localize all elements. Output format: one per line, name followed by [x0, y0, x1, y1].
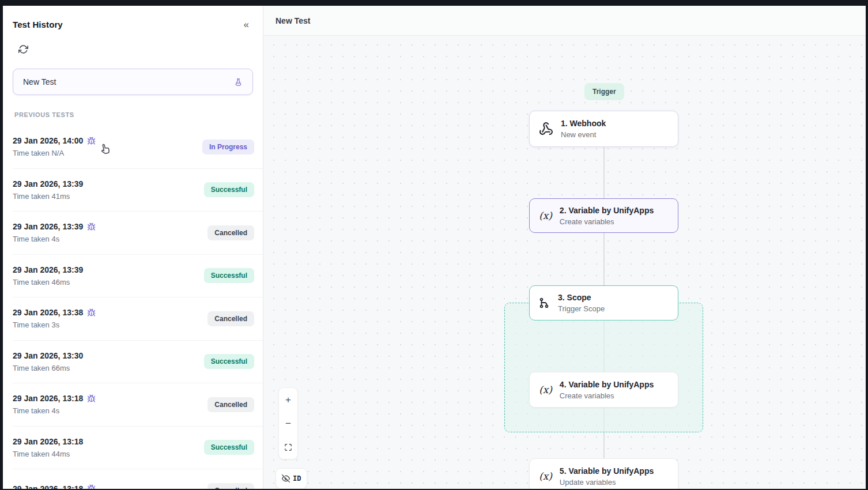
new-test-label: New Test	[23, 77, 56, 86]
debug-icon[interactable]	[87, 308, 96, 317]
test-date: 29 Jan 2026, 13:39	[13, 179, 83, 189]
variable-icon: (x)	[539, 384, 552, 395]
test-item[interactable]: 29 Jan 2026, 13:38 Time taken 3s Cancell…	[13, 297, 263, 341]
test-item[interactable]: 29 Jan 2026, 13:18 Time taken 4s Cancell…	[13, 383, 263, 427]
workflow-canvas[interactable]: Trigger 1. Webhook New event (x) 2. Vari…	[263, 36, 866, 489]
test-date: 29 Jan 2026, 13:30	[13, 351, 83, 360]
test-duration: Time taken 3s	[13, 321, 96, 329]
test-list: 29 Jan 2026, 14:00 Time taken N/A In Pro…	[3, 126, 263, 489]
node-variable-5[interactable]: (x) 5. Variable by UnifyApps Update vari…	[529, 458, 678, 489]
status-badge: Successful	[204, 268, 254, 283]
test-duration: Time taken 4s	[13, 235, 96, 243]
node-title: 5. Variable by UnifyApps	[560, 466, 654, 476]
test-item[interactable]: 29 Jan 2026, 13:18 Cancelled	[13, 469, 263, 489]
trigger-badge: Trigger	[584, 83, 624, 100]
app-window: Test History « New Test PREVIOUS TESTS 2…	[3, 6, 866, 489]
canvas-title: New Test	[276, 16, 310, 25]
collapse-panel-button[interactable]: «	[241, 18, 251, 31]
scope-branch-icon	[539, 297, 550, 309]
debug-icon[interactable]	[87, 137, 96, 145]
test-history-panel: Test History « New Test PREVIOUS TESTS 2…	[3, 6, 263, 489]
panel-title: Test History	[13, 20, 63, 29]
eye-off-icon	[282, 474, 290, 483]
panel-header: Test History «	[3, 6, 263, 31]
canvas-header: New Test	[263, 6, 866, 36]
fit-view-icon	[284, 443, 292, 451]
zoom-out-button[interactable]: −	[279, 412, 297, 435]
id-label: ID	[293, 474, 301, 483]
node-scope[interactable]: 3. Scope Trigger Scope	[529, 285, 678, 321]
status-badge: Successful	[204, 354, 254, 369]
test-duration: Time taken 66ms	[13, 364, 83, 372]
test-date: 29 Jan 2026, 13:18	[13, 437, 83, 446]
status-badge: Successful	[204, 182, 254, 197]
zoom-toolbar: + −	[278, 387, 298, 459]
node-subtitle: Update variables	[560, 478, 654, 487]
new-test-input[interactable]: New Test	[13, 69, 253, 95]
scope-boundary	[504, 303, 703, 432]
flask-icon	[234, 78, 243, 86]
status-badge: Successful	[204, 440, 254, 455]
status-badge: Cancelled	[207, 483, 254, 489]
test-date: 29 Jan 2026, 13:18	[13, 484, 83, 489]
workflow-area: New Test Trigger 1. Webhook New event (x…	[263, 6, 866, 489]
refresh-icon	[18, 44, 28, 54]
zoom-in-button[interactable]: +	[279, 388, 297, 412]
node-webhook[interactable]: 1. Webhook New event	[529, 111, 678, 147]
node-subtitle: Create variables	[560, 391, 654, 400]
test-item[interactable]: 29 Jan 2026, 14:00 Time taken N/A In Pro…	[13, 126, 263, 169]
debug-icon[interactable]	[87, 394, 96, 403]
test-item[interactable]: 29 Jan 2026, 13:18 Time taken 44ms Succe…	[13, 427, 263, 470]
status-badge: Cancelled	[207, 225, 254, 240]
test-item[interactable]: 29 Jan 2026, 13:39 Time taken 46ms Succe…	[13, 255, 263, 298]
test-item[interactable]: 29 Jan 2026, 13:39 Time taken 41ms Succe…	[13, 169, 263, 212]
node-title: 2. Variable by UnifyApps	[560, 206, 654, 215]
test-date: 29 Jan 2026, 13:18	[13, 394, 83, 403]
debug-icon[interactable]	[87, 484, 96, 489]
previous-tests-label: PREVIOUS TESTS	[14, 111, 263, 118]
test-date: 29 Jan 2026, 13:38	[13, 308, 83, 317]
node-title: 3. Scope	[558, 293, 605, 302]
variable-icon: (x)	[539, 470, 552, 482]
node-subtitle: Create variables	[560, 217, 654, 226]
variable-icon: (x)	[539, 210, 552, 221]
node-subtitle: New event	[561, 130, 606, 139]
node-title: 1. Webhook	[561, 119, 606, 128]
debug-icon[interactable]	[87, 223, 96, 231]
node-variable-4[interactable]: (x) 4. Variable by UnifyApps Create vari…	[529, 372, 678, 408]
test-item[interactable]: 29 Jan 2026, 13:30 Time taken 66ms Succe…	[13, 341, 263, 384]
node-title: 4. Variable by UnifyApps	[560, 380, 654, 389]
refresh-button[interactable]	[16, 42, 31, 56]
test-duration: Time taken 41ms	[13, 192, 83, 201]
test-duration: Time taken N/A	[13, 149, 96, 157]
node-variable-2[interactable]: (x) 2. Variable by UnifyApps Create vari…	[529, 198, 678, 233]
test-date: 29 Jan 2026, 13:39	[13, 265, 83, 274]
test-date: 29 Jan 2026, 14:00	[13, 136, 83, 145]
fit-view-button[interactable]	[279, 435, 297, 459]
test-date: 29 Jan 2026, 13:39	[13, 222, 83, 231]
status-badge: In Progress	[202, 140, 254, 154]
webhook-icon	[539, 122, 553, 136]
test-duration: Time taken 44ms	[13, 450, 83, 458]
status-badge: Cancelled	[207, 397, 254, 412]
test-duration: Time taken 4s	[13, 406, 96, 415]
toggle-id-button[interactable]: ID	[276, 468, 307, 489]
node-subtitle: Trigger Scope	[558, 304, 605, 313]
test-duration: Time taken 46ms	[13, 278, 83, 287]
status-badge: Cancelled	[207, 311, 254, 326]
test-item[interactable]: 29 Jan 2026, 13:39 Time taken 4s Cancell…	[13, 212, 263, 255]
